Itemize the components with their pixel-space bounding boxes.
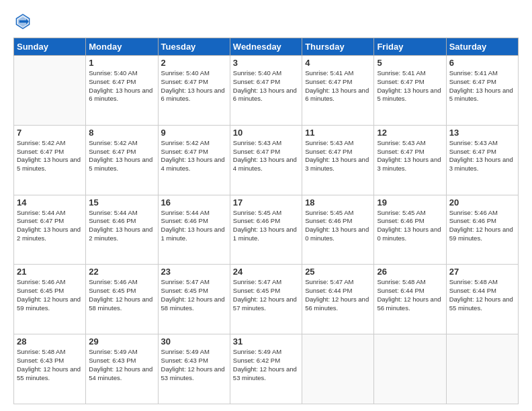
calendar-week-row: 7Sunrise: 5:42 AM Sunset: 6:47 PM Daylig… (14, 125, 519, 195)
calendar-day-cell: 1Sunrise: 5:40 AM Sunset: 6:47 PM Daylig… (86, 56, 158, 126)
calendar-day-cell: 30Sunrise: 5:49 AM Sunset: 6:43 PM Dayli… (158, 334, 230, 404)
calendar-day-cell: 17Sunrise: 5:45 AM Sunset: 6:46 PM Dayli… (230, 195, 302, 265)
day-info: Sunrise: 5:41 AM Sunset: 6:47 PM Dayligh… (305, 69, 371, 103)
calendar-day-cell: 14Sunrise: 5:44 AM Sunset: 6:47 PM Dayli… (14, 195, 86, 265)
day-number: 20 (449, 197, 515, 208)
calendar-day-cell: 26Sunrise: 5:48 AM Sunset: 6:44 PM Dayli… (374, 265, 446, 334)
day-info: Sunrise: 5:40 AM Sunset: 6:47 PM Dayligh… (233, 69, 299, 103)
day-number: 1 (89, 58, 154, 68)
calendar-day-cell: 15Sunrise: 5:44 AM Sunset: 6:46 PM Dayli… (86, 195, 158, 265)
day-info: Sunrise: 5:44 AM Sunset: 6:46 PM Dayligh… (89, 209, 154, 243)
calendar-day-cell: 21Sunrise: 5:46 AM Sunset: 6:45 PM Dayli… (14, 265, 86, 334)
day-number: 16 (161, 197, 227, 208)
calendar-day-cell: 20Sunrise: 5:46 AM Sunset: 6:46 PM Dayli… (446, 195, 518, 265)
day-info: Sunrise: 5:45 AM Sunset: 6:46 PM Dayligh… (305, 209, 371, 243)
calendar-day-cell: 22Sunrise: 5:46 AM Sunset: 6:45 PM Dayli… (86, 265, 158, 334)
day-number: 31 (233, 336, 299, 347)
day-info: Sunrise: 5:43 AM Sunset: 6:47 PM Dayligh… (377, 139, 443, 173)
calendar-day-cell: 12Sunrise: 5:43 AM Sunset: 6:47 PM Dayli… (374, 125, 446, 195)
calendar-header-row: SundayMondayTuesdayWednesdayThursdayFrid… (14, 38, 519, 56)
day-info: Sunrise: 5:46 AM Sunset: 6:45 PM Dayligh… (17, 278, 83, 312)
weekday-header-monday: Monday (86, 38, 158, 56)
day-info: Sunrise: 5:46 AM Sunset: 6:45 PM Dayligh… (89, 278, 154, 312)
logo-icon (13, 12, 32, 31)
calendar-day-cell: 19Sunrise: 5:45 AM Sunset: 6:46 PM Dayli… (374, 195, 446, 265)
day-info: Sunrise: 5:47 AM Sunset: 6:45 PM Dayligh… (161, 278, 227, 312)
calendar-week-row: 1Sunrise: 5:40 AM Sunset: 6:47 PM Daylig… (14, 56, 519, 126)
weekday-header-wednesday: Wednesday (230, 38, 302, 56)
day-number: 28 (17, 336, 83, 347)
day-info: Sunrise: 5:44 AM Sunset: 6:46 PM Dayligh… (161, 209, 227, 243)
day-info: Sunrise: 5:49 AM Sunset: 6:42 PM Dayligh… (233, 348, 299, 382)
day-info: Sunrise: 5:47 AM Sunset: 6:45 PM Dayligh… (233, 278, 299, 312)
calendar-day-cell: 24Sunrise: 5:47 AM Sunset: 6:45 PM Dayli… (230, 265, 302, 334)
day-number: 9 (161, 128, 227, 138)
weekday-header-tuesday: Tuesday (158, 38, 230, 56)
day-info: Sunrise: 5:47 AM Sunset: 6:44 PM Dayligh… (305, 278, 371, 312)
day-info: Sunrise: 5:46 AM Sunset: 6:46 PM Dayligh… (449, 209, 515, 243)
day-number: 30 (161, 336, 227, 347)
calendar-day-cell: 25Sunrise: 5:47 AM Sunset: 6:44 PM Dayli… (302, 265, 374, 334)
calendar-day-cell: 2Sunrise: 5:40 AM Sunset: 6:47 PM Daylig… (158, 56, 230, 126)
calendar-day-cell: 7Sunrise: 5:42 AM Sunset: 6:47 PM Daylig… (14, 125, 86, 195)
weekday-header-friday: Friday (374, 38, 446, 56)
day-number: 5 (377, 58, 443, 68)
day-info: Sunrise: 5:43 AM Sunset: 6:47 PM Dayligh… (233, 139, 299, 173)
day-number: 18 (305, 197, 371, 208)
calendar-day-cell: 31Sunrise: 5:49 AM Sunset: 6:42 PM Dayli… (230, 334, 302, 404)
day-number: 10 (233, 128, 299, 138)
day-number: 11 (305, 128, 371, 138)
day-number: 7 (17, 128, 83, 138)
day-info: Sunrise: 5:44 AM Sunset: 6:47 PM Dayligh… (17, 209, 83, 243)
calendar-week-row: 14Sunrise: 5:44 AM Sunset: 6:47 PM Dayli… (14, 195, 519, 265)
calendar-day-cell: 9Sunrise: 5:42 AM Sunset: 6:47 PM Daylig… (158, 125, 230, 195)
day-info: Sunrise: 5:49 AM Sunset: 6:43 PM Dayligh… (89, 348, 154, 382)
day-number: 26 (377, 267, 443, 277)
day-number: 24 (233, 267, 299, 277)
day-info: Sunrise: 5:48 AM Sunset: 6:43 PM Dayligh… (17, 348, 83, 382)
calendar-page: SundayMondayTuesdayWednesdayThursdayFrid… (0, 0, 532, 411)
logo (13, 12, 35, 31)
day-number: 17 (233, 197, 299, 208)
day-number: 23 (161, 267, 227, 277)
calendar-day-cell: 13Sunrise: 5:43 AM Sunset: 6:47 PM Dayli… (446, 125, 518, 195)
calendar-week-row: 28Sunrise: 5:48 AM Sunset: 6:43 PM Dayli… (14, 334, 519, 404)
day-info: Sunrise: 5:48 AM Sunset: 6:44 PM Dayligh… (449, 278, 515, 312)
day-number: 2 (161, 58, 227, 68)
day-number: 29 (89, 336, 154, 347)
calendar-day-cell: 23Sunrise: 5:47 AM Sunset: 6:45 PM Dayli… (158, 265, 230, 334)
calendar-day-cell: 3Sunrise: 5:40 AM Sunset: 6:47 PM Daylig… (230, 56, 302, 126)
day-number: 6 (449, 58, 515, 68)
calendar-day-cell: 5Sunrise: 5:41 AM Sunset: 6:47 PM Daylig… (374, 56, 446, 126)
calendar-day-cell (14, 56, 86, 126)
day-info: Sunrise: 5:45 AM Sunset: 6:46 PM Dayligh… (377, 209, 443, 243)
day-info: Sunrise: 5:43 AM Sunset: 6:47 PM Dayligh… (305, 139, 371, 173)
day-number: 15 (89, 197, 154, 208)
calendar-day-cell: 27Sunrise: 5:48 AM Sunset: 6:44 PM Dayli… (446, 265, 518, 334)
calendar-day-cell: 6Sunrise: 5:41 AM Sunset: 6:47 PM Daylig… (446, 56, 518, 126)
day-info: Sunrise: 5:42 AM Sunset: 6:47 PM Dayligh… (17, 139, 83, 173)
calendar-day-cell: 10Sunrise: 5:43 AM Sunset: 6:47 PM Dayli… (230, 125, 302, 195)
day-number: 4 (305, 58, 371, 68)
calendar-day-cell (374, 334, 446, 404)
day-number: 3 (233, 58, 299, 68)
calendar-day-cell: 11Sunrise: 5:43 AM Sunset: 6:47 PM Dayli… (302, 125, 374, 195)
calendar-body: 1Sunrise: 5:40 AM Sunset: 6:47 PM Daylig… (14, 56, 519, 404)
day-info: Sunrise: 5:40 AM Sunset: 6:47 PM Dayligh… (161, 69, 227, 103)
day-number: 27 (449, 267, 515, 277)
weekday-header-thursday: Thursday (302, 38, 374, 56)
calendar-day-cell (302, 334, 374, 404)
calendar-day-cell: 16Sunrise: 5:44 AM Sunset: 6:46 PM Dayli… (158, 195, 230, 265)
day-number: 12 (377, 128, 443, 138)
day-info: Sunrise: 5:40 AM Sunset: 6:47 PM Dayligh… (89, 69, 154, 103)
calendar-day-cell: 29Sunrise: 5:49 AM Sunset: 6:43 PM Dayli… (86, 334, 158, 404)
day-number: 25 (305, 267, 371, 277)
header (13, 12, 519, 31)
day-number: 21 (17, 267, 83, 277)
day-info: Sunrise: 5:41 AM Sunset: 6:47 PM Dayligh… (377, 69, 443, 103)
day-info: Sunrise: 5:48 AM Sunset: 6:44 PM Dayligh… (377, 278, 443, 312)
calendar-day-cell (446, 334, 518, 404)
calendar-table: SundayMondayTuesdayWednesdayThursdayFrid… (13, 38, 519, 404)
day-number: 19 (377, 197, 443, 208)
day-number: 13 (449, 128, 515, 138)
